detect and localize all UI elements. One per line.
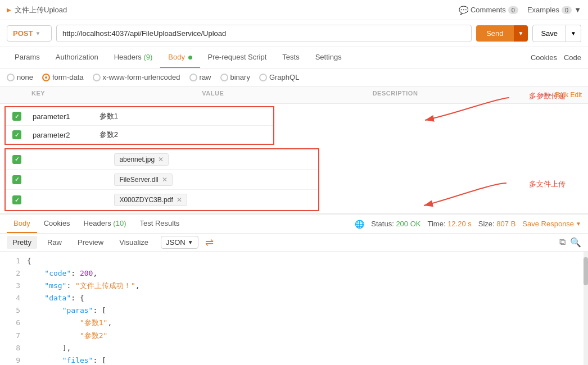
tab-headers[interactable]: Headers (9): [106, 47, 161, 68]
tab-settings[interactable]: Settings: [307, 47, 350, 68]
file-remove-2[interactable]: ✕: [162, 176, 168, 184]
key-cell[interactable]: parameter1: [28, 108, 95, 125]
file-key-cell-2[interactable]: [28, 177, 110, 182]
file-value-cell-1: abennet.jpg ✕: [110, 151, 191, 168]
json-line-2: 2 "code": 200,: [0, 267, 588, 280]
checkbox-cell[interactable]: ✓: [6, 126, 28, 143]
fmt-raw[interactable]: Raw: [42, 236, 67, 249]
response-tab-bar: Body Cookies Headers (10) Test Results 🌐…: [0, 213, 588, 234]
file-row-1: ✓ abennet.jpg ✕: [6, 149, 318, 170]
json-line-8: 8 ],: [0, 342, 588, 354]
method-select[interactable]: POST ▼: [7, 25, 52, 42]
code-link[interactable]: Code: [564, 53, 581, 62]
file-tag-2[interactable]: FileServer.dll ✕: [114, 174, 172, 186]
save-response-btn[interactable]: Save Response ▼: [522, 220, 581, 228]
examples-btn[interactable]: Examples 0 ▼: [527, 6, 581, 14]
tab-pre-request[interactable]: Pre-request Script: [200, 47, 275, 68]
expand-icon[interactable]: ▶: [7, 7, 11, 13]
globe-icon: 🌐: [355, 220, 364, 229]
files-red-box: ✓ abennet.jpg ✕ ✓: [4, 148, 319, 211]
checkbox-1[interactable]: ✓: [12, 112, 21, 121]
file-value-cell-3: X000ZDYC3B.pdf ✕: [110, 191, 191, 208]
resp-tab-body[interactable]: Body: [7, 215, 37, 233]
comments-badge: 0: [508, 6, 518, 14]
line-number: 7: [0, 330, 20, 342]
fmt-preview[interactable]: Preview: [72, 236, 109, 249]
method-dropdown-icon: ▼: [35, 30, 40, 36]
file-remove-3[interactable]: ✕: [177, 196, 182, 204]
checkbox-cell[interactable]: ✓: [6, 171, 28, 188]
status-value: 200 OK: [396, 220, 420, 228]
key-cell-2[interactable]: parameter2: [28, 127, 95, 143]
json-line-7: 7 "参数2": [0, 330, 588, 342]
checkbox-f2[interactable]: ✓: [12, 175, 21, 184]
examples-dropdown-icon: ▼: [574, 6, 581, 14]
json-line-4: 4 "data": {: [0, 292, 588, 304]
checkbox-f1[interactable]: ✓: [12, 155, 21, 164]
comments-icon: 💬: [459, 6, 468, 15]
tab-tests[interactable]: Tests: [274, 47, 307, 68]
checkbox-cell[interactable]: ✓: [6, 191, 28, 208]
cookies-link[interactable]: Cookies: [531, 53, 557, 62]
resp-tab-test-results[interactable]: Test Results: [133, 215, 186, 233]
format-bar: Pretty Raw Preview Visualize JSON ▼ ⇌ ⧉ …: [0, 234, 588, 252]
tab-body[interactable]: Body: [160, 47, 200, 68]
url-bar: POST ▼ Send ▼ Save ▼: [0, 20, 588, 47]
line-number: 9: [0, 354, 20, 365]
line-number: 2: [0, 267, 20, 280]
top-bar: ▶ 文件上传Upload 💬 Comments 0 Examples 0 ▼: [0, 0, 588, 20]
save-button[interactable]: Save: [532, 25, 566, 42]
examples-badge: 0: [562, 6, 572, 14]
radio-form-data[interactable]: form-data: [42, 73, 84, 81]
body-content: KEY VALUE DESCRIPTION ••• Bulk Edit ✓ pa…: [0, 86, 588, 213]
file-key-cell-3[interactable]: [28, 198, 110, 202]
copy-icon[interactable]: ⧉: [559, 237, 566, 248]
checkbox-cell[interactable]: ✓: [6, 151, 28, 168]
scrollbar-thumb[interactable]: [584, 257, 588, 285]
file-remove-1[interactable]: ✕: [158, 156, 164, 163]
send-dropdown-button[interactable]: ▼: [514, 25, 528, 42]
resp-tab-headers[interactable]: Headers (10): [77, 215, 133, 233]
tab-authorization[interactable]: Authorization: [48, 47, 106, 68]
fmt-pretty[interactable]: Pretty: [7, 236, 37, 249]
wrap-icon[interactable]: ⇌: [205, 236, 214, 249]
radio-raw[interactable]: raw: [189, 73, 211, 81]
desc-cell-2[interactable]: [161, 131, 228, 139]
checkbox-f3[interactable]: ✓: [12, 195, 21, 204]
fmt-right-icons: ⧉ 🔍: [559, 237, 581, 248]
json-line-6: 6 "参数1",: [0, 317, 588, 329]
file-row-3: ✓ X000ZDYC3B.pdf ✕: [6, 190, 318, 210]
scrollbar[interactable]: [584, 252, 588, 365]
json-line-9: 9 "files": [: [0, 354, 588, 365]
file-value-cell-2: FileServer.dll ✕: [110, 171, 191, 188]
value-cell[interactable]: 参数1: [95, 107, 162, 125]
fmt-visualize[interactable]: Visualize: [114, 236, 154, 249]
time-value: 12.20 s: [447, 220, 472, 228]
checkbox-2[interactable]: ✓: [12, 130, 21, 139]
fmt-select[interactable]: JSON ▼: [161, 236, 198, 249]
tab-params[interactable]: Params: [7, 47, 48, 68]
body-type-bar: none form-data x-www-form-urlencoded raw…: [0, 69, 588, 86]
page-title: 文件上传Upload: [15, 5, 67, 15]
radio-urlencoded[interactable]: x-www-form-urlencoded: [93, 73, 180, 81]
checkbox-cell[interactable]: ✓: [6, 108, 28, 125]
file-tag-3[interactable]: X000ZDYC3B.pdf ✕: [114, 194, 187, 206]
file-key-cell-1[interactable]: [28, 157, 110, 162]
resp-tab-cookies[interactable]: Cookies: [37, 215, 77, 233]
tab-bar-right: Cookies Code: [531, 53, 581, 62]
desc-cell[interactable]: [161, 112, 228, 120]
search-icon[interactable]: 🔍: [570, 237, 581, 248]
send-button[interactable]: Send: [476, 25, 513, 42]
file-tag-1[interactable]: abennet.jpg ✕: [114, 153, 169, 166]
annotation-params: 多参数传递: [529, 91, 566, 101]
comments-btn[interactable]: 💬 Comments 0: [459, 6, 518, 15]
radio-graphql[interactable]: GraphQL: [259, 73, 299, 81]
send-button-group: Send ▼: [476, 25, 528, 42]
save-button-group: Save ▼: [532, 25, 581, 42]
url-input[interactable]: [56, 25, 472, 42]
value-cell-2[interactable]: 参数2: [95, 126, 162, 144]
radio-binary[interactable]: binary: [220, 73, 250, 81]
line-number: 3: [0, 280, 20, 292]
save-dropdown-button[interactable]: ▼: [566, 25, 581, 42]
radio-none[interactable]: none: [7, 73, 33, 81]
